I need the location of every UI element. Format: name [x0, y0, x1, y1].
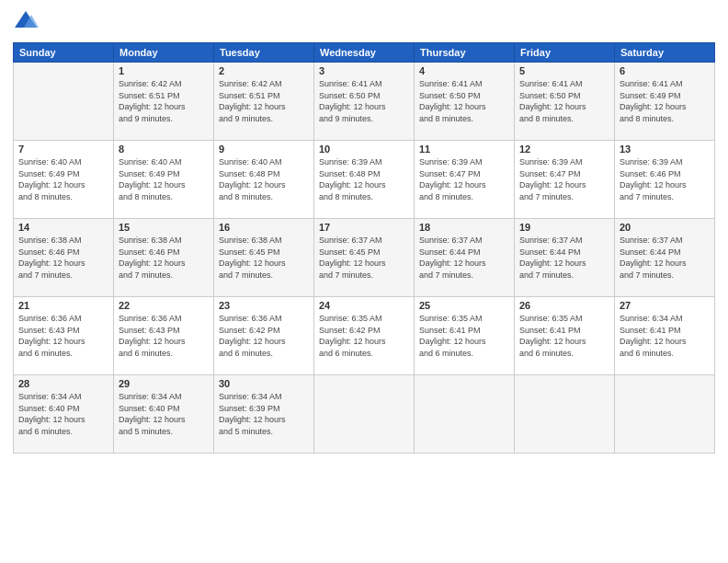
day-info: Sunrise: 6:38 AM Sunset: 6:46 PM Dayligh…: [18, 235, 108, 281]
day-number: 20: [620, 222, 710, 233]
day-info: Sunrise: 6:39 AM Sunset: 6:48 PM Dayligh…: [319, 156, 409, 202]
calendar-header-wednesday: Wednesday: [314, 43, 415, 63]
calendar-week-row: 14Sunrise: 6:38 AM Sunset: 6:46 PM Dayli…: [14, 219, 715, 297]
day-info: Sunrise: 6:41 AM Sunset: 6:49 PM Dayligh…: [620, 78, 710, 124]
day-info: Sunrise: 6:37 AM Sunset: 6:45 PM Dayligh…: [319, 235, 409, 281]
calendar-cell: [14, 63, 114, 141]
calendar-cell: [415, 375, 515, 454]
day-info: Sunrise: 6:36 AM Sunset: 6:43 PM Dayligh…: [119, 313, 209, 359]
day-info: Sunrise: 6:35 AM Sunset: 6:42 PM Dayligh…: [319, 313, 409, 359]
calendar-cell: 29Sunrise: 6:34 AM Sunset: 6:40 PM Dayli…: [114, 375, 214, 454]
calendar-header-thursday: Thursday: [415, 43, 515, 63]
day-info: Sunrise: 6:37 AM Sunset: 6:44 PM Dayligh…: [519, 235, 609, 281]
calendar-cell: 6Sunrise: 6:41 AM Sunset: 6:49 PM Daylig…: [615, 63, 715, 141]
calendar-cell: 8Sunrise: 6:40 AM Sunset: 6:49 PM Daylig…: [114, 141, 214, 219]
day-info: Sunrise: 6:39 AM Sunset: 6:47 PM Dayligh…: [419, 156, 509, 202]
calendar-cell: 16Sunrise: 6:38 AM Sunset: 6:45 PM Dayli…: [214, 219, 314, 297]
day-info: Sunrise: 6:39 AM Sunset: 6:47 PM Dayligh…: [519, 156, 609, 202]
calendar-cell: 20Sunrise: 6:37 AM Sunset: 6:44 PM Dayli…: [615, 219, 715, 297]
logo-icon: [13, 9, 39, 35]
day-number: 11: [419, 144, 509, 155]
day-number: 28: [18, 378, 108, 389]
day-number: 3: [319, 65, 409, 76]
day-number: 27: [620, 300, 710, 311]
calendar-header-monday: Monday: [114, 43, 214, 63]
calendar-week-row: 28Sunrise: 6:34 AM Sunset: 6:40 PM Dayli…: [14, 375, 715, 454]
day-number: 13: [620, 144, 710, 155]
day-info: Sunrise: 6:38 AM Sunset: 6:46 PM Dayligh…: [119, 235, 209, 281]
calendar-cell: 23Sunrise: 6:36 AM Sunset: 6:42 PM Dayli…: [214, 297, 314, 375]
day-number: 2: [219, 65, 309, 76]
day-info: Sunrise: 6:37 AM Sunset: 6:44 PM Dayligh…: [419, 235, 509, 281]
calendar-cell: 30Sunrise: 6:34 AM Sunset: 6:39 PM Dayli…: [214, 375, 314, 454]
day-number: 18: [419, 222, 509, 233]
day-number: 19: [519, 222, 609, 233]
calendar-header-tuesday: Tuesday: [214, 43, 314, 63]
day-info: Sunrise: 6:37 AM Sunset: 6:44 PM Dayligh…: [620, 235, 710, 281]
day-number: 10: [319, 144, 409, 155]
calendar-cell: 28Sunrise: 6:34 AM Sunset: 6:40 PM Dayli…: [14, 375, 114, 454]
day-number: 15: [119, 222, 209, 233]
calendar-cell: 22Sunrise: 6:36 AM Sunset: 6:43 PM Dayli…: [114, 297, 214, 375]
calendar-week-row: 21Sunrise: 6:36 AM Sunset: 6:43 PM Dayli…: [14, 297, 715, 375]
day-info: Sunrise: 6:34 AM Sunset: 6:41 PM Dayligh…: [620, 313, 710, 359]
calendar-cell: 1Sunrise: 6:42 AM Sunset: 6:51 PM Daylig…: [114, 63, 214, 141]
day-info: Sunrise: 6:38 AM Sunset: 6:45 PM Dayligh…: [219, 235, 309, 281]
calendar-cell: 4Sunrise: 6:41 AM Sunset: 6:50 PM Daylig…: [415, 63, 515, 141]
calendar-cell: [314, 375, 415, 454]
day-number: 16: [219, 222, 309, 233]
calendar-cell: 3Sunrise: 6:41 AM Sunset: 6:50 PM Daylig…: [314, 63, 415, 141]
day-info: Sunrise: 6:41 AM Sunset: 6:50 PM Dayligh…: [419, 78, 509, 124]
day-number: 30: [219, 378, 309, 389]
day-info: Sunrise: 6:34 AM Sunset: 6:40 PM Dayligh…: [119, 391, 209, 437]
day-number: 29: [119, 378, 209, 389]
day-number: 9: [219, 144, 309, 155]
day-number: 12: [519, 144, 609, 155]
day-info: Sunrise: 6:35 AM Sunset: 6:41 PM Dayligh…: [519, 313, 609, 359]
calendar-cell: [615, 375, 715, 454]
day-info: Sunrise: 6:34 AM Sunset: 6:39 PM Dayligh…: [219, 391, 309, 437]
day-info: Sunrise: 6:40 AM Sunset: 6:49 PM Dayligh…: [119, 156, 209, 202]
calendar-cell: 19Sunrise: 6:37 AM Sunset: 6:44 PM Dayli…: [515, 219, 615, 297]
day-info: Sunrise: 6:36 AM Sunset: 6:43 PM Dayligh…: [18, 313, 108, 359]
day-number: 6: [620, 65, 710, 76]
calendar-cell: 14Sunrise: 6:38 AM Sunset: 6:46 PM Dayli…: [14, 219, 114, 297]
day-info: Sunrise: 6:40 AM Sunset: 6:48 PM Dayligh…: [219, 156, 309, 202]
calendar-header-sunday: Sunday: [14, 43, 114, 63]
calendar-cell: 18Sunrise: 6:37 AM Sunset: 6:44 PM Dayli…: [415, 219, 515, 297]
day-info: Sunrise: 6:42 AM Sunset: 6:51 PM Dayligh…: [119, 78, 209, 124]
calendar-cell: 25Sunrise: 6:35 AM Sunset: 6:41 PM Dayli…: [415, 297, 515, 375]
calendar-cell: 9Sunrise: 6:40 AM Sunset: 6:48 PM Daylig…: [214, 141, 314, 219]
day-info: Sunrise: 6:41 AM Sunset: 6:50 PM Dayligh…: [519, 78, 609, 124]
calendar-cell: 7Sunrise: 6:40 AM Sunset: 6:49 PM Daylig…: [14, 141, 114, 219]
day-number: 14: [18, 222, 108, 233]
day-info: Sunrise: 6:39 AM Sunset: 6:46 PM Dayligh…: [620, 156, 710, 202]
day-info: Sunrise: 6:40 AM Sunset: 6:49 PM Dayligh…: [18, 156, 108, 202]
calendar-cell: 27Sunrise: 6:34 AM Sunset: 6:41 PM Dayli…: [615, 297, 715, 375]
day-info: Sunrise: 6:41 AM Sunset: 6:50 PM Dayligh…: [319, 78, 409, 124]
calendar-cell: 2Sunrise: 6:42 AM Sunset: 6:51 PM Daylig…: [214, 63, 314, 141]
calendar-header-saturday: Saturday: [615, 43, 715, 63]
day-info: Sunrise: 6:35 AM Sunset: 6:41 PM Dayligh…: [419, 313, 509, 359]
calendar-cell: 11Sunrise: 6:39 AM Sunset: 6:47 PM Dayli…: [415, 141, 515, 219]
day-number: 21: [18, 300, 108, 311]
calendar-cell: 10Sunrise: 6:39 AM Sunset: 6:48 PM Dayli…: [314, 141, 415, 219]
day-info: Sunrise: 6:36 AM Sunset: 6:42 PM Dayligh…: [219, 313, 309, 359]
day-number: 7: [18, 144, 108, 155]
day-number: 22: [119, 300, 209, 311]
calendar-header-friday: Friday: [515, 43, 615, 63]
calendar-cell: 5Sunrise: 6:41 AM Sunset: 6:50 PM Daylig…: [515, 63, 615, 141]
day-number: 5: [519, 65, 609, 76]
calendar-cell: 21Sunrise: 6:36 AM Sunset: 6:43 PM Dayli…: [14, 297, 114, 375]
logo: [13, 9, 42, 35]
day-info: Sunrise: 6:42 AM Sunset: 6:51 PM Dayligh…: [219, 78, 309, 124]
calendar-cell: 24Sunrise: 6:35 AM Sunset: 6:42 PM Dayli…: [314, 297, 415, 375]
calendar-cell: 17Sunrise: 6:37 AM Sunset: 6:45 PM Dayli…: [314, 219, 415, 297]
calendar-cell: 12Sunrise: 6:39 AM Sunset: 6:47 PM Dayli…: [515, 141, 615, 219]
calendar-cell: 15Sunrise: 6:38 AM Sunset: 6:46 PM Dayli…: [114, 219, 214, 297]
day-number: 4: [419, 65, 509, 76]
day-number: 17: [319, 222, 409, 233]
calendar-header-row: SundayMondayTuesdayWednesdayThursdayFrid…: [14, 43, 715, 63]
day-number: 24: [319, 300, 409, 311]
calendar-cell: [515, 375, 615, 454]
